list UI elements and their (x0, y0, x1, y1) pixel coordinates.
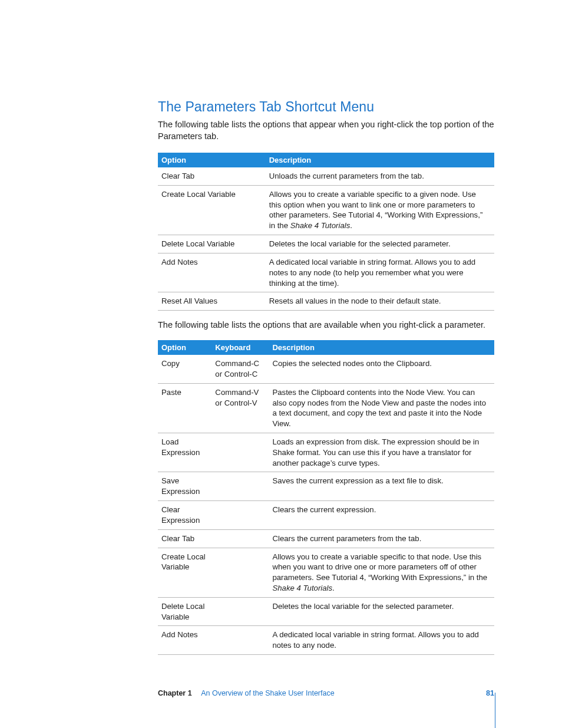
table2-header-description: Description (269, 340, 494, 355)
table-row: Clear Tab Clears the current parameters … (158, 529, 494, 548)
chapter-label: Chapter 1 (158, 689, 192, 697)
desc-cell: Deletes the local variable for the selec… (269, 597, 494, 626)
option-cell: Add Notes (158, 626, 211, 655)
desc-cell: Allows you to create a variable specific… (266, 185, 494, 235)
desc-cell: Resets all values in the node to their d… (266, 292, 494, 311)
table2-header-keyboard: Keyboard (211, 340, 269, 355)
page: The Parameters Tab Shortcut Menu The fol… (0, 0, 562, 728)
option-cell: Create Local Variable (158, 548, 211, 597)
option-cell: Reset All Values (158, 292, 266, 311)
table-row: Reset All Values Resets all values in th… (158, 292, 494, 311)
option-cell: Clear Expression (158, 501, 211, 530)
keyboard-cell (211, 626, 269, 655)
keyboard-cell: Command-C or Control-C (211, 355, 269, 383)
shortcut-menu-table-2: Option Keyboard Description Copy Command… (158, 340, 494, 655)
desc-cell: Clears the current parameters from the t… (269, 529, 494, 548)
desc-cell: Copies the selected nodes onto the Clipb… (269, 355, 494, 383)
desc-cell: A dedicated local variable in string for… (266, 253, 494, 292)
table-row: Add Notes A dedicated local variable in … (158, 626, 494, 655)
table-row: Copy Command-C or Control-C Copies the s… (158, 355, 494, 383)
keyboard-cell (211, 548, 269, 597)
table-row: Delete Local Variable Deletes the local … (158, 597, 494, 626)
shortcut-menu-table-1: Option Description Clear Tab Unloads the… (158, 153, 494, 311)
table1-header-option: Option (158, 153, 266, 167)
desc-cell: Pastes the Clipboard contents into the N… (269, 383, 494, 433)
desc-cell: Loads an expression from disk. The expre… (269, 433, 494, 472)
table-row: Clear Expression Clears the current expr… (158, 501, 494, 530)
table-row: Create Local Variable Allows you to crea… (158, 185, 494, 235)
keyboard-cell (211, 597, 269, 626)
section-heading: The Parameters Tab Shortcut Menu (158, 99, 494, 115)
intro-paragraph: The following table lists the options th… (158, 118, 494, 142)
footer-left: Chapter 1 An Overview of the Shake User … (158, 689, 335, 697)
keyboard-cell (211, 529, 269, 548)
page-number: 81 (486, 689, 494, 697)
desc-cell: Clears the current expression. (269, 501, 494, 530)
option-cell: Clear Tab (158, 529, 211, 548)
option-cell: Paste (158, 383, 211, 433)
option-cell: Add Notes (158, 253, 266, 292)
keyboard-cell (211, 501, 269, 530)
table-row: Save Expression Saves the current expres… (158, 472, 494, 501)
option-cell: Create Local Variable (158, 185, 266, 235)
desc-cell: A dedicated local variable in string for… (269, 626, 494, 655)
table-row: Clear Tab Unloads the current parameters… (158, 167, 494, 185)
option-cell: Delete Local Variable (158, 235, 266, 253)
crop-mark-icon (495, 693, 495, 728)
desc-cell: Unloads the current parameters from the … (266, 167, 494, 185)
keyboard-cell: Command-V or Control-V (211, 383, 269, 433)
option-cell: Delete Local Variable (158, 597, 211, 626)
table2-header-option: Option (158, 340, 211, 355)
option-cell: Copy (158, 355, 211, 383)
table1-header-description: Description (266, 153, 494, 167)
mid-paragraph: The following table lists the options th… (158, 319, 494, 331)
table-row: Load Expression Loads an expression from… (158, 433, 494, 472)
desc-cell: Allows you to create a variable specific… (269, 548, 494, 597)
table-row: Delete Local Variable Deletes the local … (158, 235, 494, 253)
desc-cell: Saves the current expression as a text f… (269, 472, 494, 501)
keyboard-cell (211, 472, 269, 501)
table-row: Paste Command-V or Control-V Pastes the … (158, 383, 494, 433)
page-footer: Chapter 1 An Overview of the Shake User … (158, 689, 494, 697)
chapter-title: An Overview of the Shake User Interface (201, 689, 335, 697)
option-cell: Save Expression (158, 472, 211, 501)
option-cell: Load Expression (158, 433, 211, 472)
option-cell: Clear Tab (158, 167, 266, 185)
table-row: Create Local Variable Allows you to crea… (158, 548, 494, 597)
desc-cell: Deletes the local variable for the selec… (266, 235, 494, 253)
keyboard-cell (211, 433, 269, 472)
table-row: Add Notes A dedicated local variable in … (158, 253, 494, 292)
